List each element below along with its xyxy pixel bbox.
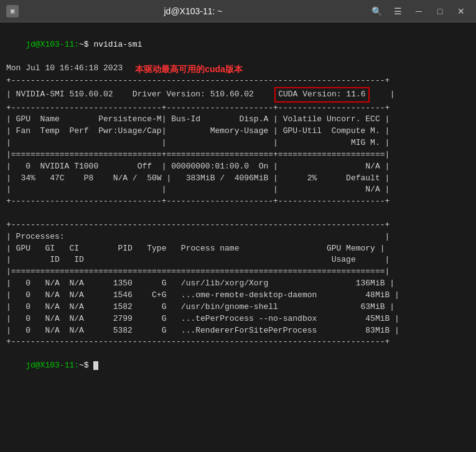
menu-button[interactable]: ☰ [389, 4, 406, 18]
prompt-line-2: jd@X103-11:~$ [6, 348, 470, 384]
proc-row-1: | 0 N/A N/A 1350 G /usr/lib/xorg/Xorg 13… [6, 278, 470, 290]
terminal-icon: ▣ [6, 5, 19, 17]
titlebar-title: jd@X103-11: ~ [164, 6, 223, 16]
terminal-body[interactable]: jd@X103-11:~$ nvidia-smi Mon Jul 10 16:4… [0, 22, 476, 452]
col-header-1: | GPU Name Persistence-M| Bus-Id Disp.A … [6, 114, 470, 126]
cuda-annotation: 本驱动最高可用的cuda版本 [135, 63, 243, 75]
titlebar: ▣ jd@X103-11: ~ 🔍 ☰ ─ □ ✕ [0, 0, 476, 22]
smi-header-line: | NVIDIA-SMI 510.60.02 Driver Version: 5… [6, 87, 470, 103]
cuda-version-box: CUDA Version: 11.6 [274, 87, 369, 103]
gpu-row-2: | 34% 47C P8 N/A / 50W | 383MiB / 4096Mi… [6, 173, 470, 185]
titlebar-controls: 🔍 ☰ ─ □ ✕ [368, 4, 470, 18]
date-annotation-line: Mon Jul 10 16:46:18 2023 本驱动最高可用的cuda版本 [6, 63, 470, 75]
proc-row-5: | 0 N/A N/A 5382 G ...RendererForSitePer… [6, 325, 470, 337]
border-6: |=======================================… [6, 266, 470, 278]
smi-label: | NVIDIA-SMI 510.60.02 [6, 89, 113, 101]
gpu-row-3: | | | N/A | [6, 184, 470, 196]
titlebar-left: ▣ [6, 5, 19, 17]
prompt-line-1: jd@X103-11:~$ nvidia-smi [6, 27, 470, 63]
col-header-2: | Fan Temp Perf Pwr:Usage/Cap| Memory-Us… [6, 126, 470, 137]
prompt-user-2: jd@X103-11: [26, 361, 79, 370]
prompt-user-1: jd@X103-11: [26, 40, 79, 49]
col-header-3: | | | MIG M. | [6, 137, 470, 149]
border-7: +---------------------------------------… [6, 336, 470, 348]
border-3: |===============================+=======… [6, 149, 470, 161]
cmd-1: ~$ nvidia-smi [79, 40, 142, 49]
border-2: +-------------------------------+-------… [6, 103, 470, 114]
empty-line [6, 208, 470, 219]
proc-row-3: | 0 N/A N/A 1582 G /usr/bin/gnome-shell … [6, 302, 470, 313]
border-5: +---------------------------------------… [6, 219, 470, 231]
processes-header: | Processes: | [6, 231, 470, 243]
gpu-row-1: | 0 NVIDIA T1000 Off | 00000000:01:00.0 … [6, 161, 470, 173]
proc-row-2: | 0 N/A N/A 1546 C+G ...ome-remote-deskt… [6, 290, 470, 302]
maximize-button[interactable]: □ [431, 4, 449, 18]
driver-label: Driver Version: 510.60.02 [133, 89, 254, 101]
proc-cols-1: | GPU GI CI PID Type Process name GPU Me… [6, 243, 470, 255]
close-button[interactable]: ✕ [452, 4, 470, 18]
minimize-button[interactable]: ─ [410, 4, 427, 18]
date-text: Mon Jul 10 16:46:18 2023 [6, 63, 123, 75]
proc-row-4: | 0 N/A N/A 2799 G ...tePerProcess --no-… [6, 313, 470, 325]
cursor [93, 361, 98, 370]
search-button[interactable]: 🔍 [368, 4, 385, 18]
border-top: +---------------------------------------… [6, 75, 470, 87]
cmd-2: ~$ [79, 361, 93, 370]
border-4: +-------------------------------+-------… [6, 196, 470, 208]
proc-cols-2: | ID ID Usage | [6, 254, 470, 266]
